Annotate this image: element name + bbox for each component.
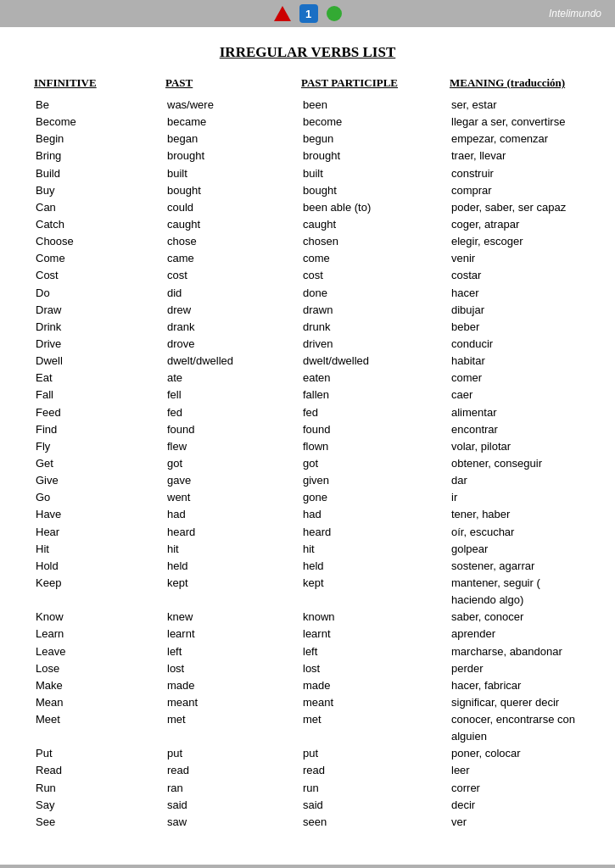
past-participle-cell: been	[301, 97, 450, 114]
past-participle-cell: drunk	[301, 319, 450, 336]
infinitive-cell: Become	[34, 114, 165, 131]
past-cell: left	[165, 643, 301, 660]
main-content: IRREGULAR VERBS LIST INFINITIVE PAST PAS…	[0, 27, 615, 848]
past-participle-cell: left	[301, 643, 450, 660]
past-cell: held	[165, 558, 301, 575]
table-row: Catchcaughtcaughtcoger, atrapar	[34, 216, 581, 233]
meaning-cell: saber, conocer	[450, 609, 581, 626]
past-participle-cell: chosen	[301, 233, 450, 250]
past-participle-cell: said	[301, 797, 450, 814]
past-participle-cell: held	[301, 558, 450, 575]
past-cell: chose	[165, 233, 301, 250]
infinitive-cell: Eat	[34, 370, 165, 387]
table-row: Dwelldwelt/dwelleddwelt/dwelledhabitar	[34, 353, 581, 370]
table-row: Keepkeptkeptmantener, seguir ( haciendo …	[34, 575, 581, 609]
past-cell: got	[165, 455, 301, 472]
past-participle-cell: done	[301, 285, 450, 302]
table-row: Cancouldbeen able (to)poder, saber, ser …	[34, 199, 581, 216]
past-participle-cell: dwelt/dwelled	[301, 353, 450, 370]
meaning-cell: golpear	[450, 541, 581, 558]
table-row: Meetmetmetconocer, encontrarse con algui…	[34, 711, 581, 745]
col-header-infinitive: INFINITIVE	[34, 76, 165, 90]
past-cell: said	[165, 797, 301, 814]
past-cell: kept	[165, 575, 301, 609]
table-row: Choosechosechosenelegir, escoger	[34, 233, 581, 250]
past-cell: learnt	[165, 626, 301, 643]
table-row: Hearheardheardoír, escuchar	[34, 524, 581, 541]
meaning-cell: llegar a ser, convertirse	[450, 114, 581, 131]
infinitive-cell: Say	[34, 797, 165, 814]
past-cell: went	[165, 489, 301, 506]
table-row: Bewas/werebeenser, estar	[34, 97, 581, 114]
verb-table: Bewas/werebeenser, estarBecomebecamebeco…	[34, 97, 581, 831]
table-row: Saysaidsaiddecir	[34, 797, 581, 814]
infinitive-cell: Meet	[34, 711, 165, 745]
col-header-meaning: MEANING (traducción)	[450, 76, 581, 90]
past-participle-cell: brought	[301, 147, 450, 164]
page-title: IRREGULAR VERBS LIST	[34, 44, 581, 61]
past-cell: meant	[165, 694, 301, 711]
past-participle-cell: built	[301, 165, 450, 182]
table-row: Drinkdrankdrunkbeber	[34, 319, 581, 336]
number-badge: 1	[299, 4, 318, 23]
infinitive-cell: Run	[34, 780, 165, 797]
past-participle-cell: kept	[301, 575, 450, 609]
past-participle-cell: come	[301, 250, 450, 267]
infinitive-cell: Give	[34, 472, 165, 489]
past-participle-cell: driven	[301, 336, 450, 353]
meaning-cell: oír, escuchar	[450, 524, 581, 541]
past-cell: gave	[165, 472, 301, 489]
meaning-cell: comprar	[450, 182, 581, 199]
past-cell: bought	[165, 182, 301, 199]
meaning-cell: encontrar	[450, 421, 581, 438]
infinitive-cell: Mean	[34, 694, 165, 711]
top-bar-icons: 1	[274, 4, 342, 23]
infinitive-cell: Drive	[34, 336, 165, 353]
past-participle-cell: had	[301, 506, 450, 523]
past-cell: dwelt/dwelled	[165, 353, 301, 370]
past-cell: lost	[165, 660, 301, 677]
past-participle-cell: learnt	[301, 626, 450, 643]
table-row: Becomebecamebecomellegar a ser, converti…	[34, 114, 581, 131]
past-participle-cell: given	[301, 472, 450, 489]
table-row: Bringbroughtbroughttraer, llevar	[34, 147, 581, 164]
meaning-cell: volar, pilotar	[450, 438, 581, 455]
table-row: Feedfedfedalimentar	[34, 404, 581, 421]
past-cell: ran	[165, 780, 301, 797]
meaning-cell: venir	[450, 250, 581, 267]
table-row: Loselostlostperder	[34, 660, 581, 677]
past-participle-cell: cost	[301, 267, 450, 284]
infinitive-cell: Make	[34, 677, 165, 694]
past-participle-cell: fallen	[301, 387, 450, 403]
table-row: Fallfellfallencaer	[34, 387, 581, 403]
meaning-cell: comer	[450, 370, 581, 387]
infinitive-cell: Fly	[34, 438, 165, 455]
footer: La escuela está en todas partes	[0, 865, 615, 868]
infinitive-cell: Be	[34, 97, 165, 114]
infinitive-cell: Hear	[34, 524, 165, 541]
past-participle-cell: lost	[301, 660, 450, 677]
infinitive-cell: Drink	[34, 319, 165, 336]
meaning-cell: caer	[450, 387, 581, 403]
meaning-cell: ir	[450, 489, 581, 506]
meaning-cell: hacer, fabricar	[450, 677, 581, 694]
infinitive-cell: Leave	[34, 643, 165, 660]
infinitive-cell: Put	[34, 745, 165, 762]
meaning-cell: ver	[450, 814, 581, 831]
infinitive-cell: Keep	[34, 575, 165, 609]
infinitive-cell: Buy	[34, 182, 165, 199]
past-participle-cell: eaten	[301, 370, 450, 387]
meaning-cell: hacer	[450, 285, 581, 302]
past-cell: did	[165, 285, 301, 302]
table-row: Meanmeantmeantsignificar, querer decir	[34, 694, 581, 711]
meaning-cell: elegir, escoger	[450, 233, 581, 250]
past-participle-cell: hit	[301, 541, 450, 558]
brand-name: Intelimundo	[549, 8, 601, 19]
past-cell: put	[165, 745, 301, 762]
table-row: Getgotgotobtener, conseguir	[34, 455, 581, 472]
meaning-cell: dar	[450, 472, 581, 489]
past-cell: began	[165, 131, 301, 147]
past-cell: made	[165, 677, 301, 694]
infinitive-cell: Find	[34, 421, 165, 438]
infinitive-cell: Do	[34, 285, 165, 302]
